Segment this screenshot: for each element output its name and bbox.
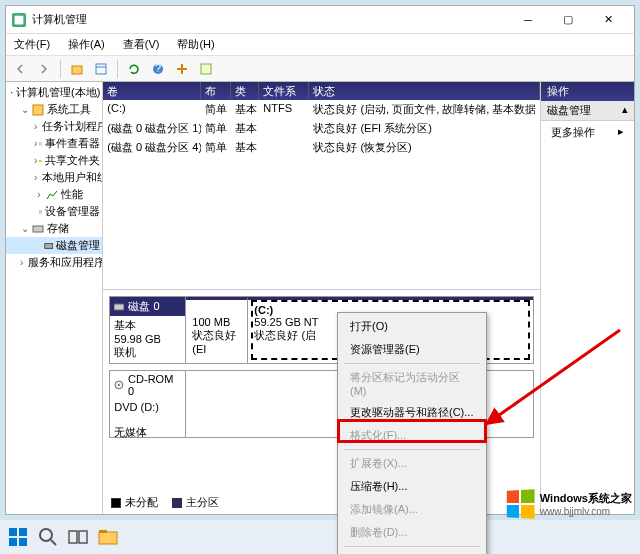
event-icon bbox=[39, 138, 42, 150]
tools-icon bbox=[32, 104, 44, 116]
close-button[interactable]: ✕ bbox=[588, 8, 628, 32]
ctx-change-letter[interactable]: 更改驱动器号和路径(C)... bbox=[340, 401, 484, 424]
col-status[interactable]: 状态 bbox=[309, 82, 540, 100]
col-volume[interactable]: 卷 bbox=[103, 82, 201, 100]
svg-rect-18 bbox=[33, 226, 43, 232]
menu-help[interactable]: 帮助(H) bbox=[173, 35, 218, 54]
svg-rect-31 bbox=[69, 531, 77, 543]
tree-local-users[interactable]: ›本地用户和组 bbox=[6, 169, 102, 186]
folder-icon bbox=[39, 155, 42, 167]
watermark-title: Windows系统之家 bbox=[540, 491, 632, 506]
search-icon[interactable] bbox=[36, 525, 60, 549]
tree-storage[interactable]: ⌄存储 bbox=[6, 220, 102, 237]
col-filesystem[interactable]: 文件系统 bbox=[259, 82, 309, 100]
col-type[interactable]: 类型 bbox=[231, 82, 259, 100]
disk-icon bbox=[114, 302, 124, 312]
taskview-icon[interactable] bbox=[66, 525, 90, 549]
help-button[interactable]: ? bbox=[148, 59, 168, 79]
partition-efi[interactable]: 100 MB 状态良好 (EI bbox=[186, 297, 248, 363]
refresh-button[interactable] bbox=[124, 59, 144, 79]
toolbar: ? bbox=[6, 56, 634, 82]
tree-panel: 计算机管理(本地) ⌄系统工具 ›任务计划程序 ›事件查看器 ›共享文件夹 ›本… bbox=[6, 82, 103, 514]
ctx-shrink[interactable]: 压缩卷(H)... bbox=[340, 475, 484, 498]
cdrom-icon bbox=[114, 380, 124, 390]
actions-section: 磁盘管理▴ bbox=[541, 101, 634, 121]
cdrom-0-label[interactable]: CD-ROM 0 DVD (D:) 无媒体 bbox=[110, 371, 186, 437]
svg-rect-19 bbox=[45, 243, 53, 248]
disk-0-label[interactable]: 磁盘 0 基本 59.98 GB 联机 bbox=[110, 297, 186, 363]
menu-view[interactable]: 查看(V) bbox=[119, 35, 164, 54]
minimize-button[interactable]: ─ bbox=[508, 8, 548, 32]
mmc-window: 计算机管理 ─ ▢ ✕ 文件(F) 操作(A) 查看(V) 帮助(H) ? 计算… bbox=[5, 5, 635, 515]
menu-file[interactable]: 文件(F) bbox=[10, 35, 54, 54]
tree-task-scheduler[interactable]: ›任务计划程序 bbox=[6, 118, 102, 135]
svg-rect-33 bbox=[99, 532, 117, 544]
separator bbox=[60, 60, 61, 78]
actions-more[interactable]: 更多操作▸ bbox=[541, 121, 634, 144]
volume-row[interactable]: (磁盘 0 磁盘分区 4) 简单 基本 状态良好 (恢复分区) bbox=[103, 138, 540, 157]
svg-rect-32 bbox=[79, 531, 87, 543]
tree-disk-management[interactable]: 磁盘管理 bbox=[6, 237, 102, 254]
ctx-format: 格式化(F)... bbox=[340, 424, 484, 447]
computer-icon bbox=[11, 87, 13, 99]
ctx-separator bbox=[344, 449, 480, 450]
settings-button[interactable] bbox=[172, 59, 192, 79]
forward-button[interactable] bbox=[34, 59, 54, 79]
tree-system-tools[interactable]: ⌄系统工具 bbox=[6, 101, 102, 118]
chevron-right-icon: ▸ bbox=[618, 125, 624, 140]
legend-primary: 主分区 bbox=[172, 495, 219, 510]
svg-rect-26 bbox=[19, 528, 27, 536]
up-button[interactable] bbox=[67, 59, 87, 79]
ctx-properties[interactable]: 属性(P) bbox=[340, 549, 484, 554]
action-button[interactable] bbox=[196, 59, 216, 79]
volume-row[interactable]: (磁盘 0 磁盘分区 1) 简单 基本 状态良好 (EFI 系统分区) bbox=[103, 119, 540, 138]
body: 计算机管理(本地) ⌄系统工具 ›任务计划程序 ›事件查看器 ›共享文件夹 ›本… bbox=[6, 82, 634, 514]
explorer-icon[interactable] bbox=[96, 525, 120, 549]
window-title: 计算机管理 bbox=[32, 12, 508, 27]
ctx-mark-active: 将分区标记为活动分区(M) bbox=[340, 366, 484, 401]
view-button[interactable] bbox=[91, 59, 111, 79]
ctx-open[interactable]: 打开(O) bbox=[340, 315, 484, 338]
watermark: Windows系统之家 www.bjjmlv.com bbox=[506, 490, 632, 518]
col-layout[interactable]: 布局 bbox=[201, 82, 231, 100]
disk-icon bbox=[44, 240, 53, 252]
back-button[interactable] bbox=[10, 59, 30, 79]
svg-rect-21 bbox=[114, 304, 124, 310]
context-menu: 打开(O) 资源管理器(E) 将分区标记为活动分区(M) 更改驱动器号和路径(C… bbox=[337, 312, 487, 554]
ctx-extend: 扩展卷(X)... bbox=[340, 452, 484, 475]
legend: 未分配 主分区 bbox=[111, 495, 219, 510]
titlebar: 计算机管理 ─ ▢ ✕ bbox=[6, 6, 634, 34]
svg-rect-12 bbox=[33, 105, 43, 115]
actions-panel: 操作 磁盘管理▴ 更多操作▸ bbox=[541, 82, 634, 514]
svg-rect-14 bbox=[40, 142, 42, 144]
start-button[interactable] bbox=[6, 525, 30, 549]
windows-logo-icon bbox=[507, 489, 535, 518]
ctx-explorer[interactable]: 资源管理器(E) bbox=[340, 338, 484, 361]
tree-root[interactable]: 计算机管理(本地) bbox=[6, 84, 102, 101]
tree-performance[interactable]: ›性能 bbox=[6, 186, 102, 203]
tree-shared-folders[interactable]: ›共享文件夹 bbox=[6, 152, 102, 169]
menubar: 文件(F) 操作(A) 查看(V) 帮助(H) bbox=[6, 34, 634, 56]
svg-line-30 bbox=[51, 540, 56, 545]
svg-rect-10 bbox=[11, 92, 13, 93]
chevron-up-icon[interactable]: ▴ bbox=[622, 103, 628, 118]
svg-rect-28 bbox=[19, 538, 27, 546]
tree-services[interactable]: ›服务和应用程序 bbox=[6, 254, 102, 271]
device-icon bbox=[39, 206, 42, 218]
app-icon bbox=[12, 13, 26, 27]
perf-icon bbox=[46, 189, 58, 201]
menu-action[interactable]: 操作(A) bbox=[64, 35, 109, 54]
tree-device-manager[interactable]: 设备管理器 bbox=[6, 203, 102, 220]
ctx-separator bbox=[344, 546, 480, 547]
volume-list: (C:) 简单 基本 NTFS 状态良好 (启动, 页面文件, 故障转储, 基本… bbox=[103, 100, 540, 290]
svg-rect-25 bbox=[9, 528, 17, 536]
separator bbox=[117, 60, 118, 78]
tree-event-viewer[interactable]: ›事件查看器 bbox=[6, 135, 102, 152]
maximize-button[interactable]: ▢ bbox=[548, 8, 588, 32]
ctx-mirror: 添加镜像(A)... bbox=[340, 498, 484, 521]
svg-point-23 bbox=[118, 384, 120, 386]
svg-text:?: ? bbox=[155, 62, 161, 74]
volume-row[interactable]: (C:) 简单 基本 NTFS 状态良好 (启动, 页面文件, 故障转储, 基本… bbox=[103, 100, 540, 119]
taskbar bbox=[0, 520, 640, 554]
storage-icon bbox=[32, 223, 44, 235]
